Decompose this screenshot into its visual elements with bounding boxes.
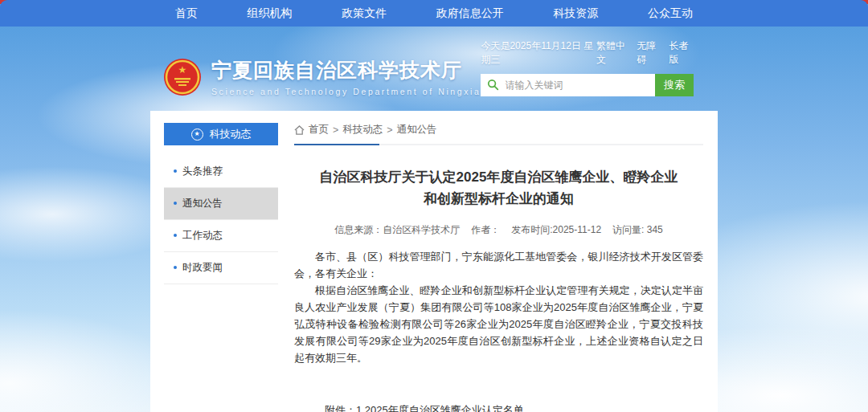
meta-source: 信息来源：自治区科学技术厅 <box>334 224 460 235</box>
current-date: 今天是2025年11月12日 星期三 <box>481 39 596 67</box>
sidebar-item-headlines[interactable]: 头条推荐 <box>164 156 278 188</box>
meta-author: 作者： <box>471 224 500 235</box>
bullet-icon <box>174 266 177 269</box>
link-accessibility[interactable]: 无障碍 <box>637 39 661 67</box>
svg-text:★: ★ <box>178 64 187 75</box>
site-brand[interactable]: ★ 宁夏回族自治区科学技术厅 Science and Technology De… <box>163 43 481 111</box>
meta-publish-time: 发布时间:2025-11-12 <box>511 224 601 235</box>
attachments: 附件： 1.2025年度自治区雏鹰企业认定名单 2.2025年度自治区瞪羚企业认… <box>325 403 703 412</box>
search-icon <box>487 79 499 91</box>
breadcrumb-separator: > <box>333 124 338 136</box>
nav-item-home[interactable]: 首页 <box>175 6 198 21</box>
attachment-link-1[interactable]: 1.2025年度自治区雏鹰企业认定名单 <box>356 403 555 412</box>
article-title: 自治区科技厅关于认定2025年度自治区雏鹰企业、瞪羚企业 和创新型标杆企业的通知 <box>294 166 703 210</box>
nav-item-sci-resources[interactable]: 科技资源 <box>553 6 598 21</box>
bullet-icon <box>174 169 177 173</box>
star-circle-icon: ★ <box>191 128 203 141</box>
article-paragraph: 根据自治区雏鹰企业、瞪羚企业和创新型标杆企业认定管理有关规定，决定认定半亩良人农… <box>294 282 703 366</box>
breadcrumb-separator: > <box>387 124 392 136</box>
sidebar-header: ★ 科技动态 <box>164 123 278 145</box>
meta-views: 访问量: 345 <box>612 224 663 235</box>
article-body: 各市、县（区）科技管理部门，宁东能源化工基地管委会，银川经济技术开发区管委会，各… <box>294 248 703 366</box>
bullet-icon <box>174 202 177 205</box>
link-traditional-chinese[interactable]: 繁體中文 <box>596 39 629 67</box>
article-paragraph: 各市、县（区）科技管理部门，宁东能源化工基地管委会，银川经济技术开发区管委会，各… <box>294 248 703 282</box>
sidebar-item-current-politics[interactable]: 时政要闻 <box>164 252 278 284</box>
site-header: ★ 宁夏回族自治区科学技术厅 Science and Technology De… <box>150 27 718 111</box>
article-meta: 信息来源：自治区科学技术厅作者：发布时间:2025-11-12访问量: 345 <box>294 223 703 237</box>
breadcrumb: 首页 > 科技动态 > 通知公告 <box>294 123 703 145</box>
main-panel: ★ 科技动态 头条推荐 通知公告 工作动态 时政要闻 首页 > <box>150 111 718 412</box>
article-title-line2: 和创新型标杆企业的通知 <box>294 188 703 210</box>
nav-item-organization[interactable]: 组织机构 <box>247 6 292 21</box>
bullet-icon <box>174 234 177 237</box>
national-emblem-icon: ★ <box>163 58 202 96</box>
breadcrumb-home[interactable]: 首页 <box>309 123 329 137</box>
search-input[interactable] <box>481 74 655 96</box>
breadcrumb-sci-news[interactable]: 科技动态 <box>342 123 383 137</box>
top-navigation: 首页 组织机构 政策文件 政府信息公开 科技资源 公众互动 <box>0 0 868 27</box>
site-title: 宁夏回族自治区科学技术厅 <box>211 57 481 84</box>
sidebar-item-notices[interactable]: 通知公告 <box>164 188 278 220</box>
search-button[interactable]: 搜索 <box>655 74 694 96</box>
breadcrumb-notices[interactable]: 通知公告 <box>397 123 437 137</box>
sidebar-title: 科技动态 <box>210 127 252 141</box>
attachments-label: 附件： <box>325 403 356 412</box>
article-title-line1: 自治区科技厅关于认定2025年度自治区雏鹰企业、瞪羚企业 <box>294 166 703 188</box>
nav-item-public-interaction[interactable]: 公众互动 <box>648 6 693 21</box>
nav-item-gov-info[interactable]: 政府信息公开 <box>436 6 504 21</box>
sidebar-item-work-news[interactable]: 工作动态 <box>164 220 278 252</box>
link-senior-version[interactable]: 长者版 <box>669 39 694 67</box>
site-subtitle: Science and Technology Department of Nin… <box>211 87 481 96</box>
nav-item-policy[interactable]: 政策文件 <box>342 6 387 21</box>
sidebar: ★ 科技动态 头条推荐 通知公告 工作动态 时政要闻 <box>164 123 278 412</box>
home-icon <box>294 125 305 135</box>
article-content: 首页 > 科技动态 > 通知公告 自治区科技厅关于认定2025年度自治区雏鹰企业… <box>294 123 703 412</box>
